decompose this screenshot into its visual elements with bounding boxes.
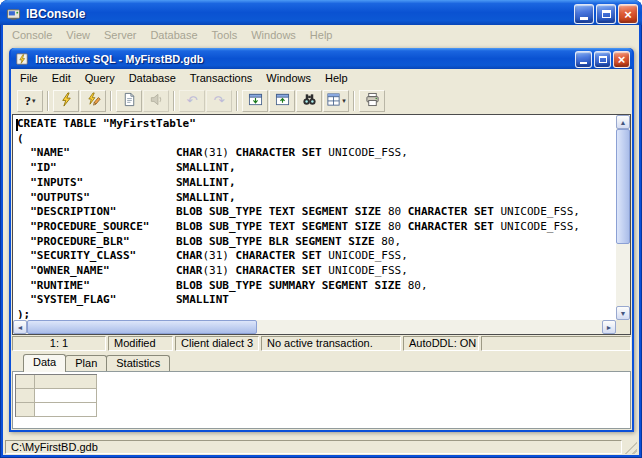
isql-menu-transactions[interactable]: Transactions (183, 70, 260, 86)
grid-cell[interactable] (35, 375, 97, 389)
isql-window-title: Interactive SQL - MyFirstBD.gdb (35, 53, 571, 65)
print-button[interactable] (359, 90, 385, 112)
redo-button: ↷ (206, 90, 232, 112)
grid-cell[interactable] (16, 375, 35, 389)
vertical-scroll-thumb[interactable] (616, 129, 630, 244)
console-menu-view[interactable]: View (59, 27, 97, 43)
sql-line: "PROCEDURE_BLR" BLOB SUB_TYPE BLR SEGMEN… (17, 235, 614, 250)
window-out-icon (275, 92, 290, 110)
caret-position-panel: 1: 1 (12, 336, 106, 351)
grid-cell[interactable] (16, 403, 35, 417)
grid-cell[interactable] (16, 389, 35, 403)
console-titlebar[interactable]: IBConsole × (0, 0, 642, 25)
isql-menu-database[interactable]: Database (122, 70, 183, 86)
console-body: ConsoleViewServerDatabaseToolsWindowsHel… (3, 25, 639, 455)
isql-menu-windows[interactable]: Windows (259, 70, 318, 86)
execute-button[interactable] (53, 90, 79, 112)
window-list-button[interactable]: ▾ (323, 90, 349, 112)
console-menubar: ConsoleViewServerDatabaseToolsWindowsHel… (3, 25, 639, 44)
help-icon: ? (24, 93, 31, 109)
database-path-panel: C:\MyFirstBD.gdb (5, 440, 622, 454)
redo-icon: ↷ (214, 93, 225, 108)
sql-line: "RUNTIME" BLOB SUB_TYPE SUMMARY SEGMENT … (17, 279, 614, 294)
autoddl-panel: AutoDDL: ON (403, 336, 479, 351)
scroll-left-icon[interactable]: ◄ (13, 320, 27, 334)
client-dialect-panel: Client dialect 3 (175, 336, 259, 351)
console-maximize-button[interactable] (596, 4, 616, 24)
tab-data[interactable]: Data (23, 354, 66, 372)
isql-content: FileEditQueryDatabaseTransactionsWindows… (11, 69, 632, 430)
scroll-down-icon[interactable]: ▼ (616, 306, 630, 320)
sql-line: "DESCRIPTION" BLOB SUB_TYPE TEXT SEGMENT… (17, 205, 614, 220)
modified-panel: Modified (108, 336, 173, 351)
find-button[interactable] (296, 90, 322, 112)
speaker-icon (149, 92, 164, 110)
sql-line: "ID" SMALLINT, (17, 161, 614, 176)
isql-toolbar: ?▾↶↷▾ (11, 87, 632, 114)
isql-menu-edit[interactable]: Edit (45, 70, 78, 86)
horizontal-scroll-thumb[interactable] (27, 320, 257, 334)
ibconsole-app-icon (6, 6, 22, 22)
help-button[interactable]: ?▾ (17, 90, 43, 112)
undo-icon: ↶ (187, 93, 198, 108)
script-button[interactable] (116, 90, 142, 112)
sql-line: "NAME" CHAR(31) CHARACTER SET UNICODE_FS… (17, 146, 614, 161)
window-in-icon (248, 92, 263, 110)
save-script-button[interactable] (269, 90, 295, 112)
sql-line: "SECURITY_CLASS" CHAR(31) CHARACTER SET … (17, 249, 614, 264)
resize-grip[interactable] (624, 440, 637, 454)
isql-minimize-button[interactable] (575, 51, 592, 68)
console-menu-server[interactable]: Server (97, 27, 143, 43)
scroll-up-icon[interactable]: ▲ (616, 115, 630, 129)
toolbar-separator (47, 91, 49, 111)
lightning-pencil-icon (86, 92, 101, 110)
document-icon (122, 92, 137, 110)
binoculars-icon (302, 92, 317, 110)
toolbar-separator (353, 91, 355, 111)
sql-editor[interactable]: CREATE TABLE "MyFirstTable"( "NAME" CHAR… (12, 114, 631, 335)
ibconsole-window: IBConsole × ConsoleViewServerDatabaseToo… (0, 0, 642, 458)
edit-query-button[interactable] (80, 90, 106, 112)
isql-statusbar: 1: 1ModifiedClient dialect 3No active tr… (11, 335, 632, 352)
sql-line: "OUTPUTS" SMALLINT, (17, 191, 614, 206)
undo-button: ↶ (179, 90, 205, 112)
status-filler-panel (481, 336, 631, 351)
data-tab-panel (12, 371, 631, 429)
sql-line: "SYSTEM_FLAG" SMALLINT (17, 293, 614, 308)
sql-line: ); (17, 308, 614, 319)
console-window-title: IBConsole (26, 7, 570, 21)
transaction-panel: No active transaction. (261, 336, 401, 351)
console-menu-console[interactable]: Console (5, 27, 59, 43)
isql-maximize-button[interactable] (594, 51, 611, 68)
sql-text[interactable]: CREATE TABLE "MyFirstTable"( "NAME" CHAR… (17, 117, 614, 319)
scrollbar-corner (616, 320, 630, 334)
tab-statistics[interactable]: Statistics (106, 355, 170, 371)
console-statusbar: C:\MyFirstBD.gdb (3, 439, 639, 455)
scroll-right-icon[interactable]: ► (602, 320, 616, 334)
console-menu-help[interactable]: Help (303, 27, 340, 43)
console-close-button[interactable]: × (618, 4, 638, 24)
load-script-button[interactable] (242, 90, 268, 112)
editor-vertical-scrollbar[interactable]: ▲ ▼ (616, 115, 630, 320)
mdi-client-area: Interactive SQL - MyFirstBD.gdb × FileEd… (3, 44, 639, 439)
console-minimize-button[interactable] (574, 4, 594, 24)
console-menu-tools[interactable]: Tools (205, 27, 245, 43)
isql-menu-file[interactable]: File (13, 70, 45, 86)
grid-cell[interactable] (35, 389, 97, 403)
toolbar-separator (173, 91, 175, 111)
dropdown-arrow-icon: ▾ (342, 97, 346, 105)
isql-menu-help[interactable]: Help (318, 70, 355, 86)
toolbar-separator (110, 91, 112, 111)
isql-window: Interactive SQL - MyFirstBD.gdb × FileEd… (9, 48, 634, 432)
sql-line: "INPUTS" SMALLINT, (17, 176, 614, 191)
isql-close-button[interactable]: × (613, 51, 630, 68)
console-menu-windows[interactable]: Windows (244, 27, 303, 43)
sql-line: CREATE TABLE "MyFirstTable" (17, 117, 614, 132)
grid-cell[interactable] (35, 403, 97, 417)
lightning-icon (59, 92, 74, 110)
tab-plan[interactable]: Plan (65, 355, 107, 371)
isql-titlebar[interactable]: Interactive SQL - MyFirstBD.gdb × (11, 48, 632, 69)
editor-horizontal-scrollbar[interactable]: ◄ ► (13, 320, 616, 334)
console-menu-database[interactable]: Database (143, 27, 204, 43)
isql-menu-query[interactable]: Query (78, 70, 122, 86)
